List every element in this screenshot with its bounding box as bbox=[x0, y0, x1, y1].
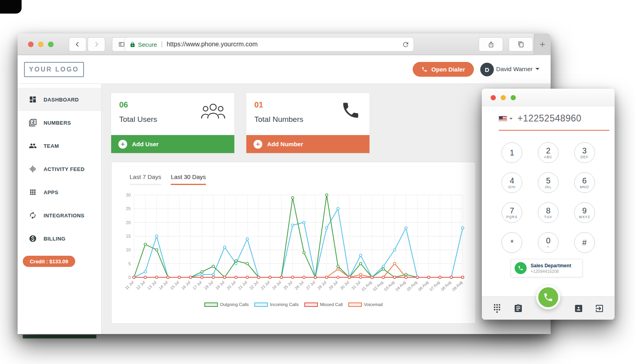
phone-icon bbox=[341, 100, 361, 122]
credit-badge[interactable]: Credit : $133.09 bbox=[23, 256, 75, 267]
contact-number: +12094415208 bbox=[531, 269, 571, 274]
new-tab-button[interactable]: + bbox=[534, 34, 551, 55]
dialpad-key-0[interactable]: 0+ bbox=[538, 232, 559, 253]
legend-item-incoming-calls[interactable]: Incoming Calls bbox=[254, 302, 299, 307]
dialpad-key-3[interactable]: 3DEF bbox=[574, 142, 595, 163]
close-window-button[interactable] bbox=[491, 95, 496, 100]
svg-text:09 Aug: 09 Aug bbox=[451, 280, 463, 292]
lock-icon bbox=[130, 42, 136, 48]
user-menu[interactable]: David Warner bbox=[496, 66, 539, 72]
key-letters: PQRS bbox=[506, 215, 517, 219]
svg-text:26 Jul: 26 Jul bbox=[294, 280, 305, 291]
add-number-button[interactable]: + Add Number bbox=[246, 135, 369, 153]
legend-swatch bbox=[204, 302, 218, 307]
svg-text:27 Jul: 27 Jul bbox=[305, 280, 316, 291]
call-log-icon[interactable] bbox=[513, 304, 523, 313]
secure-label: Secure bbox=[138, 41, 157, 48]
dialpad-key-7[interactable]: 7PQRS bbox=[501, 202, 522, 223]
sidebar-item-label: DASHBOARD bbox=[44, 97, 79, 103]
key-letters: WXYZ bbox=[579, 215, 590, 219]
dialpad-key-*[interactable]: * bbox=[501, 232, 522, 253]
dialpad-key-4[interactable]: 4GHI bbox=[501, 172, 522, 193]
legend-item-missed-call[interactable]: Missed Call bbox=[304, 302, 343, 307]
sidebar-item-billing[interactable]: BILLING bbox=[18, 227, 101, 250]
svg-text:20 Jul: 20 Jul bbox=[226, 280, 237, 291]
svg-text:5: 5 bbox=[128, 261, 131, 266]
reload-icon[interactable] bbox=[402, 41, 410, 49]
total-users-card: 06 Total Users + Add User bbox=[111, 93, 234, 153]
svg-text:15 Jul: 15 Jul bbox=[169, 280, 180, 291]
tab-last-7-days[interactable]: Last 7 Days bbox=[130, 173, 161, 185]
svg-text:18 Jul: 18 Jul bbox=[203, 280, 214, 291]
backdrop-green-strip bbox=[23, 335, 96, 338]
avatar[interactable]: D bbox=[480, 63, 494, 76]
svg-text:16 Jul: 16 Jul bbox=[180, 280, 191, 291]
minimize-window-button[interactable] bbox=[38, 42, 44, 47]
screen: { "browser": { "secure_label": "Secure",… bbox=[0, 0, 635, 364]
phone-icon bbox=[515, 262, 527, 274]
legend-label: Missed Call bbox=[320, 302, 343, 307]
sidebar-item-team[interactable]: TEAM bbox=[18, 134, 101, 157]
users-group-icon bbox=[201, 102, 226, 122]
open-dialer-button[interactable]: Open Dialer bbox=[413, 62, 474, 77]
sidebar-item-label: NUMBERS bbox=[44, 120, 71, 126]
call-button[interactable] bbox=[536, 285, 560, 309]
dialpad-key-5[interactable]: 5JKL bbox=[538, 172, 559, 193]
key-letters: JKL bbox=[545, 185, 552, 189]
legend-item-outgoing-calls[interactable]: Outgoing Calls bbox=[204, 302, 249, 307]
svg-text:11 Jul: 11 Jul bbox=[124, 280, 134, 290]
dialpad-key-8[interactable]: 8TUV bbox=[538, 202, 559, 223]
key-digit: 6 bbox=[582, 176, 587, 185]
dialpad-key-#[interactable]: # bbox=[574, 232, 595, 253]
dialpad-key-1[interactable]: 1 bbox=[501, 142, 522, 163]
forward-button[interactable] bbox=[88, 37, 105, 52]
sidebar-item-numbers[interactable]: NUMBERS bbox=[18, 111, 101, 134]
legend-item-voicemail[interactable]: Voicemail bbox=[348, 302, 383, 307]
key-letters: + bbox=[547, 245, 549, 249]
dialpad-tab-icon[interactable] bbox=[492, 304, 502, 313]
legend-swatch bbox=[254, 302, 268, 307]
zoom-window-button[interactable] bbox=[48, 42, 54, 47]
svg-text:06 Aug: 06 Aug bbox=[417, 280, 429, 292]
legend-label: Voicemail bbox=[364, 302, 383, 307]
add-user-button[interactable]: + Add User bbox=[111, 135, 234, 153]
svg-text:22 Jul: 22 Jul bbox=[249, 280, 260, 291]
numbers-icon bbox=[29, 119, 37, 127]
svg-text:07 Aug: 07 Aug bbox=[429, 280, 441, 292]
dialpad-key-2[interactable]: 2ABC bbox=[538, 142, 559, 163]
calls-chart-card: Last 7 DaysLast 30 Days 05101520253011 J… bbox=[111, 162, 476, 324]
dialer-number-row: +12252548960 bbox=[482, 106, 615, 131]
dialpad-key-9[interactable]: 9WXYZ bbox=[574, 202, 595, 223]
svg-text:0: 0 bbox=[128, 275, 131, 280]
dialpad-key-6[interactable]: 6MNO bbox=[574, 172, 595, 193]
sidebar-item-activity-feed[interactable]: ACTIVITY FEED bbox=[18, 157, 101, 181]
svg-text:12 Jul: 12 Jul bbox=[135, 280, 146, 291]
contact-suggestion[interactable]: Sales Department +12094415208 bbox=[511, 259, 583, 277]
tab-overview-button[interactable] bbox=[509, 37, 533, 52]
us-flag-icon[interactable] bbox=[499, 116, 507, 121]
sidebar-item-integrations[interactable]: INTEGRATIONS bbox=[18, 204, 101, 227]
url-bar[interactable]: Secure | https://www.phone.yourcrm.com bbox=[124, 37, 414, 52]
exit-icon[interactable] bbox=[595, 304, 604, 313]
key-digit: 4 bbox=[510, 176, 514, 185]
close-window-button[interactable] bbox=[28, 42, 34, 47]
minimize-window-button[interactable] bbox=[501, 95, 506, 100]
team-icon bbox=[29, 142, 37, 150]
svg-text:21 Jul: 21 Jul bbox=[237, 280, 248, 291]
svg-text:30 Jul: 30 Jul bbox=[339, 280, 350, 291]
sidebar-item-apps[interactable]: APPS bbox=[18, 181, 101, 204]
sidebar-item-dashboard[interactable]: DASHBOARD bbox=[18, 88, 101, 111]
open-dialer-label: Open Dialer bbox=[431, 66, 465, 73]
tab-last-30-days[interactable]: Last 30 Days bbox=[171, 173, 206, 185]
legend-label: Incoming Calls bbox=[270, 302, 299, 307]
back-button[interactable] bbox=[69, 37, 86, 52]
svg-text:30: 30 bbox=[126, 193, 131, 197]
dialed-number-input[interactable]: +12252548960 bbox=[517, 113, 581, 124]
svg-text:25 Jul: 25 Jul bbox=[283, 280, 294, 291]
svg-text:28 Jul: 28 Jul bbox=[317, 280, 327, 291]
dialer-window: +12252548960 12ABC3DEF4GHI5JKL6MNO7PQRS8… bbox=[482, 89, 615, 320]
zoom-window-button[interactable] bbox=[511, 95, 516, 100]
share-button[interactable] bbox=[479, 37, 503, 52]
contacts-icon[interactable] bbox=[574, 304, 583, 313]
svg-text:20: 20 bbox=[126, 220, 131, 225]
